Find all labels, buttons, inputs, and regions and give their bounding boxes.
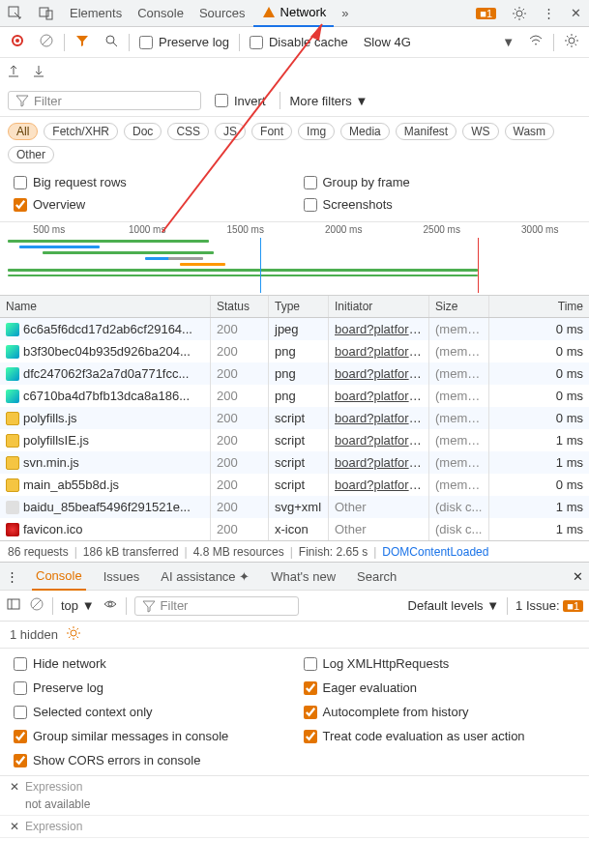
preserve-log-check[interactable]: Preserve log	[135, 33, 233, 51]
col-type[interactable]: Type	[269, 296, 329, 317]
pill-js[interactable]: JS	[215, 123, 246, 140]
network-settings-icon[interactable]	[560, 29, 583, 55]
download-har-icon[interactable]	[31, 63, 46, 81]
search-icon[interactable]	[100, 29, 123, 55]
filter-bar: Filter Invert More filters ▼	[0, 85, 589, 117]
top-issues-badge[interactable]: ■ 1	[468, 0, 504, 27]
log-xhr-check[interactable]: Log XMLHttpRequests	[300, 654, 580, 673]
close-icon[interactable]: ✕	[10, 820, 19, 833]
col-initiator[interactable]: Initiator	[329, 296, 429, 317]
hidden-messages-row: 1 hidden	[0, 622, 589, 649]
disable-cache-check[interactable]: Disable cache	[246, 33, 352, 51]
table-row[interactable]: dfc247062f3a2a7d0a771fcc...200pngboard?p…	[0, 362, 589, 385]
settings-icon[interactable]	[504, 0, 535, 27]
tab-console[interactable]: Console	[130, 0, 191, 27]
more-tabs-icon[interactable]: »	[334, 0, 356, 27]
context-select[interactable]: top ▼	[61, 598, 95, 613]
throttle-dropdown-icon[interactable]: ▼	[498, 31, 518, 53]
pill-doc[interactable]: Doc	[124, 123, 162, 140]
svg-point-15	[108, 602, 112, 606]
drawer-tab-search[interactable]: Search	[353, 564, 400, 590]
hide-network-check[interactable]: Hide network	[10, 654, 290, 673]
invert-check[interactable]: Invert	[211, 92, 270, 110]
issues-link[interactable]: 1 Issue: ■ 1	[515, 598, 583, 613]
group-by-frame-check[interactable]: Group by frame	[300, 173, 580, 191]
col-status[interactable]: Status	[211, 296, 269, 317]
show-cors-check[interactable]: Show CORS errors in console	[10, 751, 290, 769]
status-dom: DOMContentLoaded	[382, 545, 488, 559]
tab-elements[interactable]: Elements	[62, 0, 130, 27]
pill-ws[interactable]: WS	[462, 123, 498, 140]
table-row[interactable]: b3f30bec04b935d926ba204...200pngboard?pl…	[0, 340, 589, 362]
pill-wasm[interactable]: Wasm	[505, 123, 555, 140]
inspect-icon[interactable]	[0, 0, 31, 27]
table-row[interactable]: svn.min.js200scriptboard?platform=(memo.…	[0, 451, 589, 474]
col-size[interactable]: Size	[429, 296, 489, 317]
record-icon[interactable]	[6, 29, 29, 55]
drawer-kebab-icon[interactable]: ⋮	[6, 569, 18, 584]
filter-input[interactable]: Filter	[8, 91, 201, 110]
drawer-tab-whatsnew[interactable]: What's new	[267, 564, 339, 590]
device-icon[interactable]	[31, 0, 62, 27]
hidden-count[interactable]: 1 hidden	[10, 627, 58, 642]
view-options: Big request rows Group by frame Overview…	[0, 169, 589, 222]
pill-img[interactable]: Img	[298, 123, 335, 140]
console-sidebar-icon[interactable]	[6, 596, 21, 615]
table-row[interactable]: polyfills.js200scriptboard?platform=(mem…	[0, 407, 589, 429]
close-icon[interactable]: ✕	[10, 780, 19, 794]
tab-network[interactable]: Network	[253, 0, 335, 27]
clear-icon[interactable]	[35, 29, 58, 55]
eager-eval-check[interactable]: Eager evaluation	[300, 679, 580, 697]
levels-select[interactable]: Default levels ▼	[408, 598, 500, 613]
drawer-tab-console[interactable]: Console	[32, 563, 86, 591]
table-row[interactable]: polyfillsIE.js200scriptboard?platform=(m…	[0, 429, 589, 451]
pill-media[interactable]: Media	[340, 123, 390, 140]
drawer-tab-ai[interactable]: AI assistance ✦	[157, 564, 253, 590]
svg-line-14	[33, 600, 41, 608]
table-row[interactable]: 6c6a5f6dcd17d2ab6cf29164...200jpegboard?…	[0, 318, 589, 340]
code-eval-check[interactable]: Treat code evaluation as user action	[300, 727, 580, 745]
drawer-tab-issues[interactable]: Issues	[100, 564, 144, 590]
tab-sources[interactable]: Sources	[191, 0, 253, 27]
pill-other[interactable]: Other	[8, 146, 54, 163]
live-expression-1[interactable]: ✕ Expression not available	[0, 776, 589, 816]
pill-fetchxhr[interactable]: Fetch/XHR	[44, 123, 118, 140]
timeline-overview[interactable]: 500 ms1000 ms1500 ms2000 ms2500 ms3000 m…	[0, 222, 589, 296]
col-time[interactable]: Time	[489, 296, 589, 317]
more-filters-dropdown[interactable]: More filters ▼	[290, 94, 368, 108]
live-expression-2[interactable]: ✕ Expression	[0, 816, 589, 838]
table-row[interactable]: main_ab55b8d.js200scriptboard?platform=(…	[0, 474, 589, 496]
filter-toggle-icon[interactable]	[71, 29, 94, 55]
throttle-select[interactable]: Slow 4G	[358, 33, 417, 51]
console-toolbar: top ▼ Filter Default levels ▼ 1 Issue: ■…	[0, 591, 589, 622]
col-name[interactable]: Name	[0, 296, 211, 317]
close-devtools-icon[interactable]: ✕	[563, 0, 589, 27]
status-requests: 86 requests	[8, 545, 69, 559]
group-similar-check[interactable]: Group similar messages in console	[10, 727, 290, 745]
table-row[interactable]: baidu_85beaf5496f291521e...200svg+xmlOth…	[0, 496, 589, 518]
pill-font[interactable]: Font	[251, 123, 292, 140]
kebab-icon[interactable]: ⋮	[535, 0, 563, 27]
pill-manifest[interactable]: Manifest	[396, 123, 456, 140]
console-filter-input[interactable]: Filter	[134, 596, 299, 616]
autocomplete-check[interactable]: Autocomplete from history	[300, 703, 580, 721]
screenshots-check[interactable]: Screenshots	[300, 195, 580, 214]
console-clear-icon[interactable]	[29, 596, 44, 615]
pill-css[interactable]: CSS	[167, 123, 209, 140]
network-status-bar: 86 requests| 186 kB transferred| 4.8 MB …	[0, 540, 589, 562]
upload-har-icon[interactable]	[6, 63, 21, 81]
wifi-icon[interactable]	[524, 29, 547, 55]
table-row[interactable]: c6710ba4d7bfb13dca8a186...200pngboard?pl…	[0, 385, 589, 407]
gear-icon[interactable]	[66, 625, 81, 644]
preserve-log-check2[interactable]: Preserve log	[10, 679, 290, 697]
eye-icon[interactable]	[103, 596, 118, 615]
overview-check[interactable]: Overview	[10, 195, 290, 214]
drawer-close-icon[interactable]: ✕	[573, 569, 583, 584]
big-rows-check[interactable]: Big request rows	[10, 173, 290, 191]
selected-ctx-check[interactable]: Selected context only	[10, 703, 290, 721]
svg-point-8	[106, 36, 114, 43]
pill-all[interactable]: All	[8, 123, 38, 140]
file-type-icon	[6, 434, 19, 448]
request-table-header: Name Status Type Initiator Size Time	[0, 296, 589, 318]
table-row[interactable]: favicon.ico200x-iconOther(disk c...1 ms	[0, 518, 589, 540]
